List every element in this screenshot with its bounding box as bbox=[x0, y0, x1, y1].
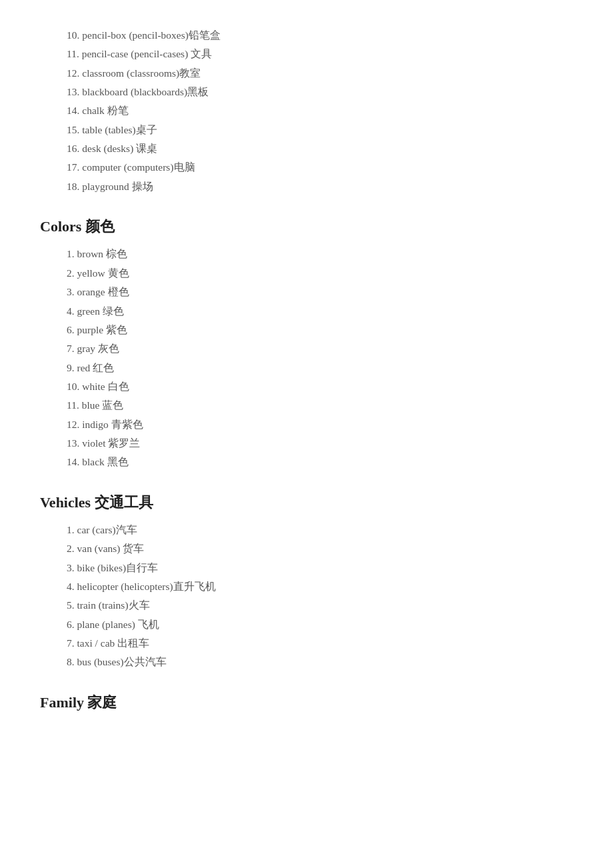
vehicles-header: Vehicles 交通工具 bbox=[40, 490, 573, 515]
list-item: 1. car (cars)汽车 bbox=[67, 521, 573, 539]
colors-section: Colors 颜色 1. brown 棕色2. yellow 黄色3. oran… bbox=[40, 214, 573, 471]
vehicles-section: Vehicles 交通工具 1. car (cars)汽车2. van (van… bbox=[40, 490, 573, 671]
colors-header: Colors 颜色 bbox=[40, 214, 573, 239]
list-item: 12. classroom (classrooms)教室 bbox=[67, 65, 573, 82]
list-item: 6. plane (planes) 飞机 bbox=[67, 616, 573, 633]
list-item: 1. brown 棕色 bbox=[67, 245, 573, 263]
list-item: 14. black 黑色 bbox=[67, 453, 573, 471]
list-item: 13. blackboard (blackboards)黑板 bbox=[67, 83, 573, 101]
list-item: 2. van (vans) 货车 bbox=[67, 540, 573, 557]
list-item: 15. table (tables)桌子 bbox=[67, 121, 573, 139]
list-item: 9. red 红色 bbox=[67, 359, 573, 377]
colors-list: 1. brown 棕色2. yellow 黄色3. orange 橙色4. gr… bbox=[40, 245, 573, 471]
list-item: 3. orange 橙色 bbox=[67, 283, 573, 301]
list-item: 11. blue 蓝色 bbox=[67, 397, 573, 414]
list-item: 14. chalk 粉笔 bbox=[67, 102, 573, 119]
family-section: Family 家庭 bbox=[40, 690, 573, 715]
list-item: 8. bus (buses)公共汽车 bbox=[67, 653, 573, 671]
list-item: 5. train (trains)火车 bbox=[67, 597, 573, 614]
list-item: 16. desk (desks) 课桌 bbox=[67, 140, 573, 157]
list-item: 4. helicopter (helicopters)直升飞机 bbox=[67, 578, 573, 595]
list-item: 4. green 绿色 bbox=[67, 303, 573, 320]
list-item: 6. purple 紫色 bbox=[67, 321, 573, 339]
list-item: 10. white 白色 bbox=[67, 378, 573, 395]
list-item: 12. indigo 青紫色 bbox=[67, 416, 573, 433]
vehicles-list: 1. car (cars)汽车2. van (vans) 货车3. bike (… bbox=[40, 521, 573, 671]
family-header: Family 家庭 bbox=[40, 690, 573, 715]
school-list: 10. pencil-box (pencil-boxes)铅笔盒11. penc… bbox=[40, 27, 573, 195]
list-item: 13. violet 紫罗兰 bbox=[67, 435, 573, 452]
list-item: 7. taxi / cab 出租车 bbox=[67, 635, 573, 652]
list-item: 7. gray 灰色 bbox=[67, 340, 573, 357]
list-item: 3. bike (bikes)自行车 bbox=[67, 559, 573, 577]
list-item: 18. playground 操场 bbox=[67, 178, 573, 195]
school-items-section: 10. pencil-box (pencil-boxes)铅笔盒11. penc… bbox=[40, 27, 573, 195]
list-item: 2. yellow 黄色 bbox=[67, 265, 573, 282]
list-item: 10. pencil-box (pencil-boxes)铅笔盒 bbox=[67, 27, 573, 44]
list-item: 11. pencil-case (pencil-cases) 文具 bbox=[67, 45, 573, 63]
list-item: 17. computer (computers)电脑 bbox=[67, 159, 573, 176]
